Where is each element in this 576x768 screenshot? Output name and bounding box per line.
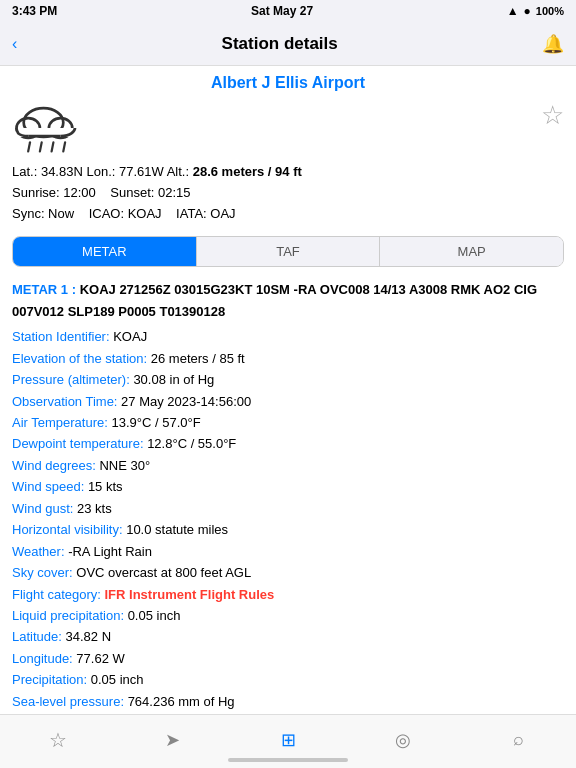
sync-icao: Sync: Now ICAO: KOAJ IATA: OAJ	[12, 204, 564, 225]
detail-row: Wind gust: 23 kts	[12, 498, 564, 519]
tab-metar[interactable]: METAR	[13, 237, 197, 266]
radar-tab-icon: ◎	[395, 729, 411, 751]
detail-row: Horizontal visibility: 10.0 statute mile…	[12, 519, 564, 540]
lat-lon-alt: Lat.: 34.83N Lon.: 77.61W Alt.: 28.6 met…	[12, 162, 564, 183]
nav-bar: ‹ Station details 🔔	[0, 22, 576, 66]
detail-row: Dewpoint temperature: 12.8°C / 55.0°F	[12, 433, 564, 454]
detail-row: Pressure (altimeter): 30.08 in of Hg	[12, 369, 564, 390]
status-bar-right: ▲ ● 100%	[507, 4, 564, 18]
detail-row: Precipitation: 0.05 inch	[12, 669, 564, 690]
svg-line-7	[40, 142, 42, 151]
favorite-star-icon[interactable]: ☆	[541, 100, 564, 131]
sunrise-sunset: Sunrise: 12:00 Sunset: 02:15	[12, 183, 564, 204]
status-date: Sat May 27	[251, 4, 313, 18]
signal-icon: ●	[524, 4, 531, 18]
bottom-tab-radar[interactable]: ◎	[346, 729, 461, 751]
bell-icon[interactable]: 🔔	[542, 33, 564, 55]
metar1-raw: METAR 1 : KOAJ 271256Z 03015G23KT 10SM -…	[12, 279, 564, 322]
metar-content: METAR 1 : KOAJ 271256Z 03015G23KT 10SM -…	[0, 273, 576, 768]
wifi-icon: ▲	[507, 4, 519, 18]
status-time: 3:43 PM	[12, 4, 57, 18]
bottom-tab-grid[interactable]: ⊞	[230, 729, 345, 751]
main-tabs: METAR TAF MAP	[12, 236, 564, 267]
detail-row: Sky cover: OVC overcast at 800 feet AGL	[12, 562, 564, 583]
svg-line-6	[28, 142, 30, 151]
search-tab-icon: ⌕	[513, 729, 524, 750]
detail-row: Liquid precipitation: 0.05 inch	[12, 605, 564, 626]
flight-category-row: Flight category: IFR Instrument Flight R…	[12, 584, 564, 605]
tab-taf[interactable]: TAF	[197, 237, 381, 266]
bottom-tab-search[interactable]: ⌕	[461, 729, 576, 750]
bottom-tab-location[interactable]: ➤	[115, 729, 230, 751]
detail-row: Longitude: 77.62 W	[12, 648, 564, 669]
svg-line-9	[63, 142, 65, 151]
detail-row: Wind degrees: NNE 30°	[12, 455, 564, 476]
detail-row: Air Temperature: 13.9°C / 57.0°F	[12, 412, 564, 433]
star-tab-icon: ☆	[49, 728, 67, 752]
cloud-rain-icon	[12, 100, 84, 156]
bottom-tab-favorites[interactable]: ☆	[0, 728, 115, 752]
home-indicator	[228, 758, 348, 762]
svg-line-8	[52, 142, 54, 151]
weather-icon-area: ☆	[0, 96, 576, 162]
detail-row: Wind speed: 15 kts	[12, 476, 564, 497]
airport-title: Albert J Ellis Airport	[0, 66, 576, 96]
grid-tab-icon: ⊞	[281, 729, 296, 751]
tab-map[interactable]: MAP	[380, 237, 563, 266]
battery-icon: 100%	[536, 5, 564, 17]
detail-row: Station Identifier: KOAJ	[12, 326, 564, 347]
nav-title: Station details	[17, 34, 542, 54]
location-tab-icon: ➤	[165, 729, 180, 751]
details1-list: Station Identifier: KOAJ Elevation of th…	[12, 326, 564, 768]
status-bar: 3:43 PM Sat May 27 ▲ ● 100%	[0, 0, 576, 22]
detail-row: Latitude: 34.82 N	[12, 626, 564, 647]
detail-row: Sea-level pressure: 764.236 mm of Hg	[12, 691, 564, 712]
detail-row: Observation Time: 27 May 2023-14:56:00	[12, 391, 564, 412]
station-info: Lat.: 34.83N Lon.: 77.61W Alt.: 28.6 met…	[0, 162, 576, 230]
detail-row: Weather: -RA Light Rain	[12, 541, 564, 562]
detail-row: Elevation of the station: 26 meters / 85…	[12, 348, 564, 369]
